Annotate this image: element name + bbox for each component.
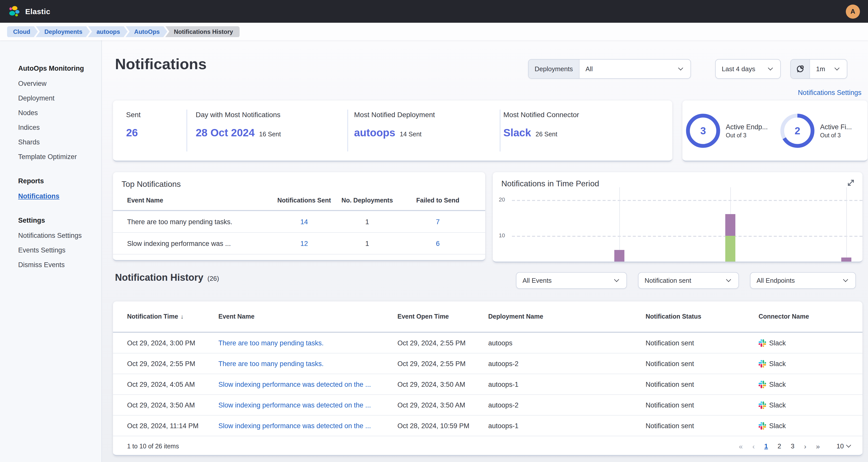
sidebar-item-indices[interactable]: Indices	[18, 120, 96, 135]
sidebar-item-shards[interactable]: Shards	[18, 135, 96, 149]
status-filter[interactable]: Notification sent	[638, 272, 739, 289]
chevron-down-icon	[843, 277, 848, 282]
column-header: Event Name	[127, 197, 276, 204]
breadcrumb-item[interactable]: AutoOps	[126, 26, 167, 37]
connector-cell: Slack	[758, 422, 863, 429]
page-button-1[interactable]: 1	[764, 442, 768, 450]
connector-cell: Slack	[758, 360, 863, 367]
breadcrumb-item[interactable]: Notifications History	[165, 26, 240, 37]
progress-ring: 2	[780, 113, 815, 148]
sidebar-item-deployment[interactable]: Deployment	[18, 91, 96, 106]
ring-sub-label: Out of 3	[726, 132, 768, 138]
stat-value-line: 28 Oct 202416 Sent	[196, 127, 281, 139]
notifications-settings-link[interactable]: Notifications Settings	[798, 89, 862, 96]
column-header: Connector Name	[758, 313, 863, 320]
bar-segment-green-series	[725, 236, 735, 263]
sort-column-notification-time[interactable]: Notification Time↓	[127, 313, 218, 320]
failed-to-send-link[interactable]: 6	[402, 239, 473, 247]
sort-desc-icon: ↓	[181, 313, 184, 320]
chevron-down-icon	[614, 277, 619, 282]
ring-label: Active Endp...	[726, 123, 768, 131]
events-filter[interactable]: All Events	[516, 272, 627, 289]
time-range-select[interactable]: Last 4 days	[715, 59, 781, 79]
bar-segment-purple-series	[725, 214, 735, 236]
chevron-down-icon	[834, 65, 839, 70]
last-page-button[interactable]: »	[816, 442, 820, 450]
sidebar-item-nodes[interactable]: Nodes	[18, 106, 96, 120]
column-header: Notification Status	[646, 313, 758, 320]
page-size-select[interactable]: 10	[836, 442, 850, 450]
sidebar-item-notifications[interactable]: Notifications	[18, 189, 96, 203]
slack-icon	[758, 422, 766, 429]
table-row: Oct 29, 2024, 4:05 AMSlow indexing perfo…	[113, 374, 863, 395]
divider	[187, 110, 187, 151]
main-content: Notifications Deployments All Last 4 day…	[102, 40, 868, 462]
breadcrumb-item[interactable]: autoops	[88, 26, 128, 37]
notifications-sent-link[interactable]: 14	[276, 218, 332, 226]
sidebar-item-overview[interactable]: Overview	[18, 76, 96, 91]
connector-cell: Slack	[758, 401, 863, 409]
breadcrumb-item[interactable]: Cloud	[7, 26, 38, 37]
sidebar-item-events-settings[interactable]: Events Settings	[18, 243, 96, 258]
slack-icon	[758, 401, 766, 409]
first-page-button[interactable]: «	[739, 442, 743, 450]
page-button-3[interactable]: 3	[791, 442, 794, 450]
sidebar-item-dismiss-events[interactable]: Dismiss Events	[18, 258, 96, 272]
prev-page-button[interactable]: ‹	[752, 442, 754, 450]
deployments-filter-value: All	[586, 65, 593, 73]
sidebar-item-template-optimizer[interactable]: Template Optimizer	[18, 149, 96, 164]
failed-to-send-link[interactable]: 7	[402, 218, 473, 226]
summary-stats-card: Sent26Day with Most Notifications28 Oct …	[113, 100, 672, 162]
connector-cell: Slack	[758, 339, 863, 347]
column-header: Event Name	[218, 313, 397, 320]
stat-value-line: autoops14 Sent	[354, 127, 435, 139]
stat-day-with-most-notifications: Day with Most Notifications28 Oct 202416…	[196, 111, 281, 139]
slack-icon	[758, 339, 766, 347]
event-name-link[interactable]: Slow indexing performance was detected o…	[218, 380, 397, 388]
breadcrumb: CloudDeploymentsautoopsAutoOpsNotificati…	[0, 23, 868, 40]
table-row: Oct 29, 2024, 3:00 PMThere are too many …	[113, 333, 863, 353]
gridline	[512, 200, 863, 201]
notification-status-cell: Notification sent	[646, 360, 758, 367]
deployments-filter[interactable]: Deployments All	[528, 59, 691, 79]
endpoints-filter[interactable]: All Endpoints	[750, 272, 856, 289]
endpoint-ring-group: 2Active Fi...Out of 3	[780, 113, 852, 148]
event-name-cell: There are too many pending tasks.	[127, 218, 276, 226]
deployments-cell: 1	[332, 239, 402, 247]
sidebar-section: AutoOps MonitoringOverviewDeploymentNode…	[18, 65, 96, 164]
column-header: Deployment Name	[488, 313, 646, 320]
notification-status-cell: Notification sent	[646, 401, 758, 409]
deployment-name-cell: autoops-1	[488, 380, 646, 388]
page-button-2[interactable]: 2	[777, 442, 781, 450]
history-footer: 1 to 10 of 26 items « ‹ 123 › » 10	[113, 436, 863, 456]
refresh-clock-icon[interactable]	[791, 60, 810, 78]
slack-icon	[758, 380, 766, 388]
auto-refresh-control[interactable]: 1m	[790, 59, 847, 79]
stat-most-notified-deployment: Most Notified Deploymentautoops14 Sent	[354, 111, 435, 139]
event-name-link[interactable]: Slow indexing performance was detected o…	[218, 422, 397, 429]
ring-labels: Active Fi...Out of 3	[820, 123, 852, 138]
user-avatar[interactable]: A	[846, 4, 860, 19]
next-page-button[interactable]: ›	[804, 442, 806, 450]
column-header: No. Deployments	[332, 197, 402, 204]
notification-time-cell: Oct 29, 2024, 2:55 PM	[127, 360, 218, 367]
stat-value: 28 Oct 2024	[196, 127, 255, 139]
event-name-link[interactable]: Slow indexing performance was detected o…	[218, 401, 397, 409]
chevron-down-icon	[678, 65, 683, 70]
column-header: Failed to Send	[402, 197, 473, 204]
event-name-link[interactable]: There are too many pending tasks.	[218, 360, 397, 367]
column-header: Event Open Time	[397, 313, 488, 320]
notifications-sent-link[interactable]: 12	[276, 239, 332, 247]
event-name-link[interactable]: There are too many pending tasks.	[218, 339, 397, 347]
breadcrumb-item[interactable]: Deployments	[36, 26, 90, 37]
history-body: Oct 29, 2024, 3:00 PMThere are too many …	[113, 333, 863, 436]
sidebar-section: ReportsNotifications	[18, 177, 96, 203]
sidebar-item-notifications-settings[interactable]: Notifications Settings	[18, 228, 96, 243]
slack-icon	[758, 360, 766, 367]
table-row: Slow indexing performance was ...1216	[113, 233, 485, 255]
progress-ring: 3	[685, 113, 721, 148]
event-open-time-cell: Oct 29, 2024, 3:50 AM	[397, 401, 488, 409]
endpoint-ring-group: 3Active Endp...Out of 3	[685, 113, 768, 148]
top-notifications-body: There are too many pending tasks.1417Slo…	[113, 211, 485, 261]
ring-labels: Active Endp...Out of 3	[726, 123, 768, 138]
